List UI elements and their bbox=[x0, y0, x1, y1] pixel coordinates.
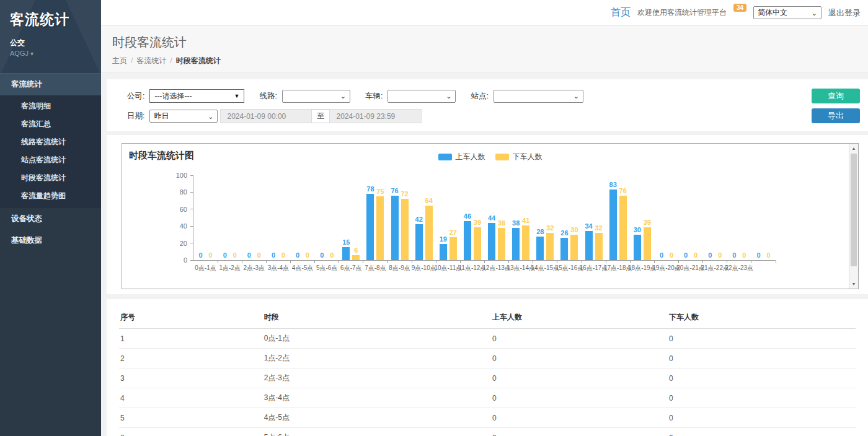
bar-group: 7875 bbox=[363, 176, 388, 260]
legend-item-board[interactable]: 上车人数 bbox=[438, 152, 485, 162]
bar-value-label: 0 bbox=[320, 251, 324, 259]
breadcrumb-home[interactable]: 主页 bbox=[112, 56, 127, 65]
chart-bar[interactable]: 41 bbox=[522, 225, 529, 260]
chart-bar[interactable]: 6 bbox=[352, 255, 360, 260]
date-preset-value: 昨日 bbox=[154, 111, 169, 121]
chart-bar[interactable]: 30 bbox=[570, 235, 578, 260]
chart-bar[interactable]: 64 bbox=[425, 206, 433, 260]
legend-swatch-board bbox=[438, 154, 452, 160]
legend-swatch-alight bbox=[495, 154, 509, 160]
scrollbar-thumb[interactable] bbox=[851, 154, 857, 266]
chart-bar[interactable]: 46 bbox=[464, 221, 471, 260]
sidebar-subitem-3[interactable]: 线路客流统计 bbox=[0, 133, 101, 151]
chart-category-slot: 0019点-20点 bbox=[654, 176, 678, 260]
bar-group: 00 bbox=[242, 176, 266, 260]
chart-bar[interactable]: 32 bbox=[595, 233, 603, 260]
bar-value-label: 83 bbox=[609, 181, 617, 188]
bar-group: 4264 bbox=[412, 176, 436, 260]
chart-category-slot: 002点-3点 bbox=[242, 176, 266, 260]
chart-bar[interactable]: 28 bbox=[536, 237, 544, 260]
date-range-group: 2024-01-09 00:00 至 2024-01-09 23:59 bbox=[220, 109, 422, 123]
language-select[interactable]: 简体中文 ⌄ bbox=[753, 6, 822, 19]
chart-bar[interactable]: 42 bbox=[415, 224, 423, 260]
scroll-up-icon[interactable]: ▲ bbox=[849, 144, 858, 153]
bar-group: 4639 bbox=[460, 176, 484, 260]
chart-bar[interactable]: 39 bbox=[474, 227, 481, 260]
company-select[interactable]: ---请选择--- ▼ bbox=[149, 89, 244, 103]
chart-bar[interactable]: 75 bbox=[376, 196, 384, 260]
chart-bar[interactable]: 38 bbox=[512, 228, 520, 260]
caret-down-icon: ▾ bbox=[30, 50, 33, 57]
bar-group: 1927 bbox=[436, 176, 460, 260]
date-preset-select[interactable]: 昨日 ⌄ bbox=[149, 110, 218, 123]
notification-badge[interactable]: 34 bbox=[733, 4, 746, 12]
chart-bar[interactable]: 27 bbox=[450, 237, 457, 260]
top-header: 首页 欢迎使用客流统计管理平台 34 简体中文 ⌄ 退出登录 bbox=[101, 0, 868, 26]
chart-scrollbar[interactable]: ▲ ▼ bbox=[849, 144, 858, 289]
y-axis-label: 20 bbox=[165, 240, 187, 247]
chart-bar[interactable]: 26 bbox=[560, 238, 568, 260]
bar-group: 00 bbox=[193, 176, 218, 260]
bar-value-label: 0 bbox=[718, 251, 722, 259]
home-link[interactable]: 首页 bbox=[611, 6, 631, 19]
station-select[interactable]: ⌄ bbox=[494, 90, 583, 103]
sidebar-item-device-status[interactable]: 设备状态 bbox=[0, 208, 101, 230]
sidebar-subitem-2[interactable]: 客流汇总 bbox=[0, 115, 101, 133]
bar-group: 3841 bbox=[509, 176, 533, 260]
chart-bar[interactable]: 76 bbox=[391, 196, 399, 260]
sidebar-item-passenger-stats[interactable]: 客流统计 bbox=[0, 73, 101, 95]
chart-bar[interactable]: 78 bbox=[366, 194, 374, 260]
chart-bar[interactable]: 30 bbox=[634, 235, 641, 260]
org-selector[interactable]: AQGJ▾ bbox=[10, 50, 91, 57]
date-to-input[interactable]: 2024-01-09 23:59 bbox=[329, 109, 422, 123]
query-button[interactable]: 查询 bbox=[812, 89, 860, 103]
sidebar-subitem-5[interactable]: 时段客流统计 bbox=[0, 169, 101, 187]
chart-bar[interactable]: 72 bbox=[401, 199, 409, 260]
sidebar-subitem-1[interactable]: 客流明细 bbox=[0, 97, 101, 115]
chart-category-slot: 0022点-23点 bbox=[727, 176, 751, 260]
legend-label-alight: 下车人数 bbox=[513, 152, 542, 162]
chart-bar[interactable]: 39 bbox=[644, 227, 651, 260]
sidebar-subitem-4[interactable]: 站点客流统计 bbox=[0, 151, 101, 169]
sidebar-subitem-6[interactable]: 客流量趋势图 bbox=[0, 187, 101, 205]
logout-link[interactable]: 退出登录 bbox=[828, 7, 861, 19]
date-from-input[interactable]: 2024-01-09 00:00 bbox=[220, 109, 312, 123]
chart-bar[interactable]: 38 bbox=[498, 228, 505, 260]
bar-value-label: 39 bbox=[644, 219, 651, 226]
scroll-down-icon[interactable]: ▼ bbox=[849, 279, 858, 289]
table-cell: 0点-1点 bbox=[263, 329, 491, 349]
chart-category-slot: 837617点-18点 bbox=[606, 176, 630, 260]
vehicle-select[interactable]: ⌄ bbox=[388, 90, 456, 103]
chart-bar[interactable]: 76 bbox=[619, 196, 627, 260]
chart-bar[interactable]: 34 bbox=[585, 231, 593, 260]
table-cell: 0 bbox=[491, 329, 668, 349]
bar-group: 4438 bbox=[485, 176, 509, 260]
table-header-cell: 时段 bbox=[263, 307, 491, 329]
bar-value-label: 15 bbox=[342, 238, 350, 246]
legend-item-alight[interactable]: 下车人数 bbox=[495, 152, 542, 162]
x-axis-label: 10点-11点 bbox=[434, 264, 462, 272]
station-label: 站点: bbox=[471, 91, 488, 102]
chart-category-slot: 005点-6点 bbox=[315, 176, 339, 260]
bar-value-label: 72 bbox=[401, 190, 408, 198]
chart-bar[interactable]: 32 bbox=[546, 233, 554, 260]
chart-category-slot: 283214点-15点 bbox=[533, 176, 557, 260]
table-cell: 0 bbox=[668, 349, 856, 368]
chart-category-slot: 00 bbox=[751, 176, 776, 260]
chart-panel: 时段车流统计图 上车人数 下车人数 020406080100000点-1点001… bbox=[107, 135, 868, 294]
line-select[interactable]: ⌄ bbox=[282, 90, 350, 103]
chart-bar[interactable]: 19 bbox=[440, 244, 447, 260]
bar-value-label: 6 bbox=[354, 246, 358, 254]
chart-bar[interactable]: 15 bbox=[342, 247, 350, 260]
sidebar-item-base-data[interactable]: 基础数据 bbox=[0, 230, 101, 251]
content-area: 公司: ---请选择--- ▼ 线路: ⌄ 车辆: ⌄ 站点: ⌄ 日期: 昨日 bbox=[101, 73, 868, 436]
table-cell: 0 bbox=[491, 408, 668, 428]
table-cell: 0 bbox=[668, 408, 856, 428]
chart-bar[interactable]: 83 bbox=[609, 190, 617, 260]
table-row: 32点-3点00 bbox=[119, 368, 856, 388]
chart-bar[interactable]: 44 bbox=[488, 223, 495, 260]
breadcrumb-section[interactable]: 客流统计 bbox=[136, 56, 166, 65]
data-table-panel: 序号时段上车人数下车人数 10点-1点0021点-2点0032点-3点0043点… bbox=[107, 299, 868, 436]
date-range-separator: 至 bbox=[312, 109, 329, 123]
export-button[interactable]: 导出 bbox=[812, 108, 860, 123]
